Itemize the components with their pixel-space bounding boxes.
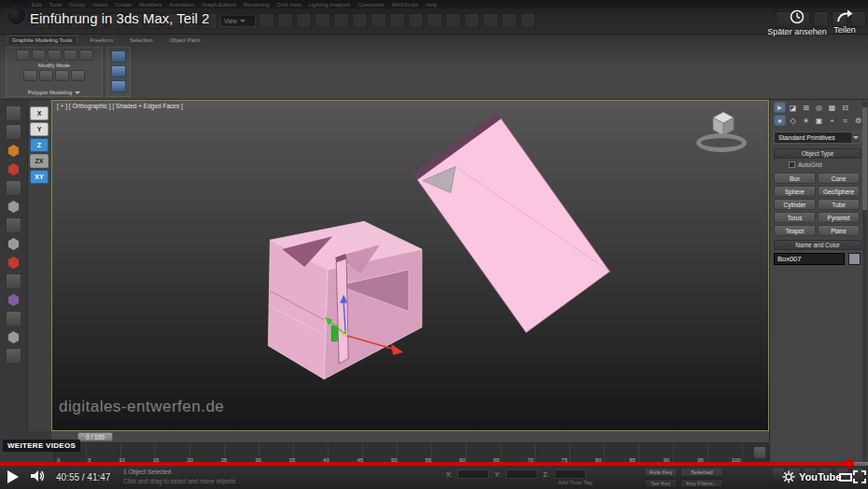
object-type-rollout[interactable]: Object Type	[774, 148, 861, 159]
menu-item-modifiers[interactable]: Modifiers	[139, 2, 161, 7]
schematic-view-icon[interactable]	[445, 13, 461, 29]
window-tile-icon[interactable]	[111, 65, 126, 77]
polygon-modeling-caption[interactable]: Polygon Modeling	[7, 90, 102, 95]
render-frame-icon[interactable]	[501, 13, 517, 29]
panel-scrollbar[interactable]	[862, 102, 867, 462]
application-button-icon[interactable]	[7, 6, 26, 25]
primitive-category-dropdown[interactable]: Standard Primitives	[774, 132, 861, 144]
teapot-button[interactable]: Teapot	[774, 225, 816, 236]
lights-category-icon[interactable]: ☀	[800, 115, 812, 126]
shapes-category-icon[interactable]: ◇	[787, 115, 799, 126]
menu-item-rendering[interactable]: Rendering	[244, 2, 270, 7]
axis-y-button[interactable]: Y	[30, 122, 49, 136]
polygon-mode-icon[interactable]	[63, 49, 77, 61]
menu-item-views[interactable]: Views	[92, 2, 107, 7]
reference-coordinate-dropdown[interactable]: View	[220, 15, 256, 27]
menu-item-group[interactable]: Group	[69, 2, 85, 7]
hierarchy-tab-icon[interactable]: ⊞	[800, 102, 812, 113]
axis-zx-button[interactable]: ZX	[30, 154, 49, 168]
fullscreen-icon[interactable]	[853, 470, 866, 483]
volume-icon[interactable]	[30, 469, 47, 483]
menu-item-maxscript[interactable]: MAXScript	[392, 2, 418, 7]
menu-item-create[interactable]: Create	[115, 2, 132, 7]
element-mode-icon[interactable]	[79, 49, 93, 61]
create-tab-icon[interactable]: ►	[774, 102, 786, 113]
hexagon-tool-icon[interactable]	[7, 238, 20, 250]
spacewarps-category-icon[interactable]: ≈	[839, 115, 851, 126]
render-icon[interactable]	[520, 13, 536, 29]
angle-snap-icon[interactable]	[296, 13, 312, 29]
tab-object-paint[interactable]: Object Paint	[166, 36, 204, 44]
hexagon-tool-icon[interactable]	[7, 145, 20, 157]
show-end-result-icon[interactable]	[55, 70, 69, 81]
box-button[interactable]: Box	[774, 173, 816, 184]
edge-mode-icon[interactable]	[32, 49, 46, 61]
video-title[interactable]: Einführung in 3ds Max, Teil 2	[30, 10, 209, 26]
tab-graphite-modeling-tools[interactable]: Graphite Modeling Tools	[7, 35, 77, 44]
cylinder-button[interactable]: Cylinder	[774, 199, 816, 210]
viewcube[interactable]	[693, 108, 753, 157]
hexagon-tool-icon[interactable]	[7, 257, 20, 269]
vertex-mode-icon[interactable]	[16, 49, 30, 61]
settings-gear-icon[interactable]	[782, 470, 795, 483]
render-setup-icon[interactable]	[483, 13, 498, 29]
hexagon-tool-icon[interactable]	[7, 201, 20, 213]
track-bar[interactable]: 05 1015 2025 3035 4045 5055 6065 7075 80…	[51, 443, 769, 464]
viewport-label[interactable]: [ + ] [ Orthographic ] [ Shaded + Edged …	[57, 103, 183, 109]
modeling-tool-icon[interactable]	[6, 217, 21, 233]
modify-tab-icon[interactable]: ◪	[787, 102, 799, 113]
tube-button[interactable]: Tube	[818, 199, 860, 210]
align-icon[interactable]	[371, 13, 386, 29]
display-tab-icon[interactable]: ▦	[826, 102, 838, 113]
modeling-tool-icon[interactable]	[6, 311, 21, 327]
theater-mode-icon[interactable]	[839, 473, 852, 482]
play-button[interactable]	[7, 470, 19, 483]
more-videos-label[interactable]: WEITERE VIDEOS	[3, 440, 80, 452]
next-mod-icon[interactable]	[39, 70, 53, 81]
time-slider[interactable]: 0 / 100	[51, 431, 769, 443]
menu-item-graph-editors[interactable]: Graph Editors	[202, 2, 236, 7]
percent-snap-icon[interactable]	[315, 13, 330, 29]
material-editor-icon[interactable]	[464, 13, 480, 29]
menu-item-help[interactable]: Help	[426, 2, 437, 7]
menu-item-lighting-analysis[interactable]: Lighting Analysis	[309, 2, 351, 7]
object-name-field[interactable]	[774, 253, 845, 265]
sphere-button[interactable]: Sphere	[774, 186, 816, 197]
hexagon-tool-icon[interactable]	[7, 163, 20, 175]
curve-editor-icon[interactable]	[427, 13, 442, 29]
tab-selection[interactable]: Selection	[126, 36, 157, 44]
motion-tab-icon[interactable]: ◎	[813, 102, 825, 113]
window-tile-icon[interactable]	[111, 50, 126, 63]
viewport[interactable]: [ + ] [ Orthographic ] [ Shaded + Edged …	[51, 100, 769, 431]
object-color-swatch[interactable]	[848, 253, 861, 265]
edit-named-selection-icon[interactable]	[333, 13, 349, 29]
modeling-tool-icon[interactable]	[6, 124, 21, 140]
graphite-toggle-icon[interactable]	[408, 13, 424, 29]
modeling-tool-icon[interactable]	[6, 348, 21, 364]
share-button[interactable]: Teilen	[825, 9, 864, 35]
time-slider-thumb[interactable]: 0 / 100	[77, 432, 113, 441]
tab-freeform[interactable]: Freeform	[87, 36, 117, 44]
hexagon-tool-icon[interactable]	[7, 294, 20, 306]
menu-item-civil-view[interactable]: Civil View	[277, 2, 301, 7]
window-tile-icon[interactable]	[111, 80, 126, 92]
menu-item-tools[interactable]: Tools	[49, 2, 62, 7]
cone-button[interactable]: Cone	[818, 173, 860, 184]
menu-item-animation[interactable]: Animation	[169, 2, 194, 7]
pin-stack-icon[interactable]	[23, 70, 37, 81]
border-mode-icon[interactable]	[48, 49, 62, 61]
snap-toggle-icon[interactable]	[277, 13, 293, 29]
torus-button[interactable]: Torus	[774, 212, 816, 223]
utilities-tab-icon[interactable]: ⊟	[839, 102, 851, 113]
helpers-category-icon[interactable]: +	[826, 115, 838, 126]
youtube-logo[interactable]: YouTube	[799, 471, 841, 482]
menu-item-customize[interactable]: Customize	[357, 2, 384, 7]
mini-curve-editor-icon[interactable]	[753, 446, 766, 459]
geosphere-button[interactable]: GeoSphere	[818, 186, 860, 197]
axis-xy-button[interactable]: XY	[30, 170, 49, 184]
modeling-tool-icon[interactable]	[6, 105, 21, 121]
use-pivot-icon[interactable]	[259, 13, 274, 29]
modeling-tool-icon[interactable]	[6, 273, 21, 289]
pyramid-button[interactable]: Pyramid	[818, 212, 860, 223]
autogrid-checkbox[interactable]	[789, 161, 795, 168]
